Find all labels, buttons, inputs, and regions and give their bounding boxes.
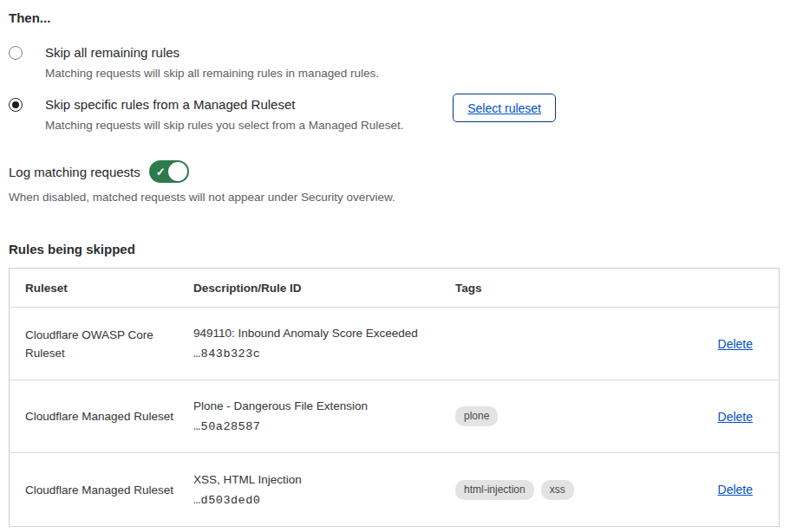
rules-table-title: Rules being skipped <box>9 242 781 256</box>
column-header-description: Description/Rule ID <box>193 282 455 295</box>
ruleset-name: Cloudflare Managed Ruleset <box>25 481 193 499</box>
rule-description: XSS, HTML Injection <box>193 473 443 486</box>
column-header-tags: Tags <box>455 282 663 295</box>
tag-badge: html-injection <box>455 480 534 500</box>
delete-rule-link[interactable]: Delete <box>718 410 753 424</box>
ruleset-name: Cloudflare OWASP Core Ruleset <box>25 326 193 362</box>
rule-id: …d503ded0 <box>193 494 443 507</box>
delete-rule-link[interactable]: Delete <box>718 337 753 351</box>
rule-id: …50a28587 <box>193 420 443 433</box>
rule-tags: html-injection xss <box>455 480 663 500</box>
rule-tags: plone <box>455 406 663 426</box>
tag-badge: plone <box>455 406 498 426</box>
radio-label-skip-all[interactable]: Skip all remaining rules <box>45 44 379 62</box>
log-matching-requests-toggle[interactable]: ✓ <box>149 160 189 183</box>
rule-id: …843b323c <box>193 347 443 360</box>
waf-rule-action-page: Then... Skip all remaining rules Matchin… <box>0 0 790 532</box>
tag-badge: xss <box>541 480 574 500</box>
radio-desc-skip-specific: Matching requests will skip rules you se… <box>45 118 403 133</box>
radio-option-skip-specific[interactable]: Skip specific rules from a Managed Rules… <box>9 96 403 133</box>
log-toggle-description: When disabled, matched requests will not… <box>9 191 781 204</box>
radio-desc-skip-all: Matching requests will skip all remainin… <box>45 66 379 81</box>
radio-label-skip-specific[interactable]: Skip specific rules from a Managed Rules… <box>45 96 403 114</box>
toggle-check-icon: ✓ <box>156 166 166 178</box>
log-matching-requests-label: Log matching requests <box>9 165 140 179</box>
radio-unselected-icon[interactable] <box>9 46 23 60</box>
radio-option-skip-all[interactable]: Skip all remaining rules Matching reques… <box>9 44 781 81</box>
rule-description: Plone - Dangerous File Extension <box>193 399 443 412</box>
table-row: Cloudflare OWASP Core Ruleset 949110: In… <box>10 308 779 380</box>
table-row: Cloudflare Managed Ruleset XSS, HTML Inj… <box>10 453 779 526</box>
table-row: Cloudflare Managed Ruleset Plone - Dange… <box>10 380 779 453</box>
radio-selected-icon[interactable] <box>9 98 23 112</box>
rule-description: 949110: Inbound Anomaly Score Exceeded <box>193 327 443 340</box>
action-radio-group: Skip all remaining rules Matching reques… <box>9 44 781 133</box>
delete-rule-link[interactable]: Delete <box>718 483 753 496</box>
ruleset-name: Cloudflare Managed Ruleset <box>25 407 193 425</box>
column-header-ruleset: Ruleset <box>25 282 193 295</box>
select-ruleset-button[interactable]: Select ruleset <box>453 94 556 122</box>
table-header-row: Ruleset Description/Rule ID Tags <box>10 269 779 308</box>
then-section-title: Then... <box>9 10 781 25</box>
rules-being-skipped-table: Ruleset Description/Rule ID Tags Cloudfl… <box>9 268 780 527</box>
toggle-knob <box>168 162 187 181</box>
